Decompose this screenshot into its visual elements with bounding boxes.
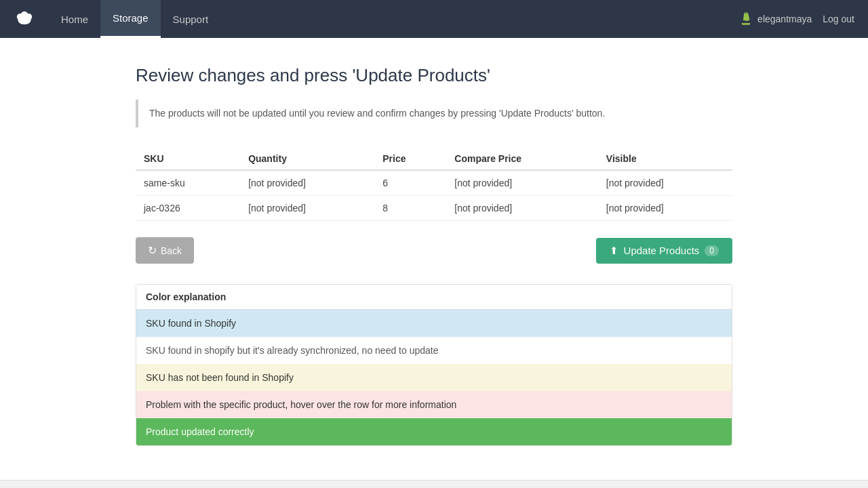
table-row: jac-0326 [not provided] 8 [not provided]… [136, 196, 732, 221]
nav-support[interactable]: Support [161, 0, 221, 38]
table-header: SKU Quantity Price Compare Price Visible [136, 148, 732, 170]
navbar: Home Storage Support elegantmaya Log out [0, 0, 868, 38]
color-legend: Color explanation SKU found in Shopify S… [136, 284, 732, 446]
chef-hat-icon [14, 8, 35, 30]
main-content: Review changes and press 'Update Product… [122, 38, 746, 480]
nav-right: elegantmaya Log out [738, 12, 854, 26]
cell-sku: jac-0326 [136, 196, 240, 221]
info-message: The products will not be updated until y… [136, 100, 732, 127]
update-count-badge: 0 [705, 245, 719, 256]
update-label: Update Products [624, 245, 700, 256]
back-button[interactable]: ↻ Back [136, 237, 194, 264]
legend-sku-found: SKU found in Shopify [136, 310, 732, 337]
nav-links: Home Storage Support [49, 0, 220, 38]
col-compare-price: Compare Price [446, 148, 598, 170]
back-label: Back [161, 245, 182, 256]
legend-updated: Product updated correctly [136, 418, 732, 445]
nav-shopname: elegantmaya [738, 12, 812, 26]
cell-price: 8 [374, 196, 446, 221]
cell-quantity: [not provided] [240, 170, 374, 196]
cell-visible: [not provided] [598, 196, 732, 221]
legend-problem: Problem with the specific product, hover… [136, 391, 732, 418]
nav-logo [14, 8, 35, 30]
legend-title: Color explanation [136, 285, 732, 310]
update-products-button[interactable]: ⬆ Update Products 0 [596, 238, 732, 264]
shopify-icon [738, 12, 753, 26]
cell-visible: [not provided] [598, 170, 732, 196]
cell-sku: same-sku [136, 170, 240, 196]
col-sku: SKU [136, 148, 240, 170]
svg-point-3 [26, 14, 33, 20]
cell-compare-price: [not provided] [446, 170, 598, 196]
logout-button[interactable]: Log out [823, 14, 854, 24]
products-table: SKU Quantity Price Compare Price Visible… [136, 148, 732, 221]
update-icon: ⬆ [610, 245, 618, 257]
page-title: Review changes and press 'Update Product… [136, 65, 732, 86]
nav-home[interactable]: Home [49, 0, 100, 38]
svg-rect-4 [19, 20, 30, 23]
col-price: Price [374, 148, 446, 170]
shop-name-label: elegantmaya [757, 14, 812, 24]
col-visible: Visible [598, 148, 732, 170]
back-icon: ↻ [148, 244, 157, 257]
cell-quantity: [not provided] [240, 196, 374, 221]
footer: Created by menelabs, 2014 All Rights Res… [0, 480, 868, 488]
table-row: same-sku [not provided] 6 [not provided]… [136, 170, 732, 196]
action-buttons: ↻ Back ⬆ Update Products 0 [136, 237, 732, 264]
cell-compare-price: [not provided] [446, 196, 598, 221]
legend-synced: SKU found in shopify but it's already sy… [136, 337, 732, 364]
col-quantity: Quantity [240, 148, 374, 170]
table-body: same-sku [not provided] 6 [not provided]… [136, 170, 732, 221]
cell-price: 6 [374, 170, 446, 196]
nav-storage[interactable]: Storage [100, 0, 161, 38]
legend-not-found: SKU has not been found in Shopify [136, 364, 732, 391]
